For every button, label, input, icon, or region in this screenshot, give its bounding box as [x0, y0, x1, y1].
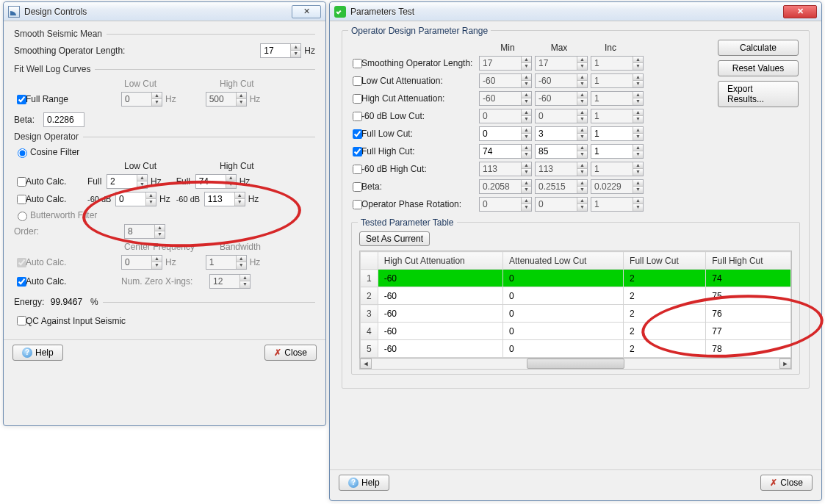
param-inc-spin[interactable]: ▲▼	[591, 144, 644, 159]
table-horizontal-scrollbar[interactable]: ◄►	[359, 358, 792, 370]
table-row[interactable]: 2-600275	[361, 287, 791, 305]
row-number: 1	[361, 270, 378, 287]
neg60-low-spin[interactable]: ▲▼	[115, 192, 156, 206]
reset-label: Reset Values	[732, 63, 784, 73]
full-range-label: Full Range	[26, 94, 121, 104]
fit-low-input	[122, 93, 151, 106]
table-cell[interactable]: -60	[378, 340, 502, 358]
row-number: 5	[361, 340, 378, 358]
param-min-input[interactable]	[480, 127, 521, 140]
op-length-spin[interactable]: ▲▼	[260, 43, 301, 58]
param-inc-spin[interactable]: ▲▼	[591, 126, 644, 141]
table-cell[interactable]: -60	[378, 287, 502, 305]
table-row[interactable]: 5-600278	[361, 340, 791, 358]
op-length-unit: Hz	[304, 46, 315, 56]
bw-unit: Hz	[250, 257, 261, 267]
table-cell[interactable]: 74	[706, 270, 791, 287]
close-window-button[interactable]: ✕	[292, 5, 321, 18]
order-spin: ▲▼	[124, 224, 165, 239]
reset-values-button[interactable]: Reset Values	[718, 60, 799, 76]
table-cell[interactable]: -60	[378, 270, 502, 287]
table-cell[interactable]: 0	[503, 305, 624, 323]
order-input	[125, 225, 154, 238]
param-label: Operator Phase Rotation:	[361, 199, 479, 209]
full-low-input[interactable]	[107, 175, 137, 188]
calculate-button[interactable]: Calculate	[718, 40, 799, 56]
table-row[interactable]: 4-600277	[361, 323, 791, 340]
param-inc-input[interactable]	[591, 127, 633, 140]
beta-input[interactable]	[43, 112, 84, 127]
table-cell[interactable]: 2	[624, 323, 706, 340]
fit-well-header: Fit Well Log Curves	[14, 64, 315, 74]
table-cell[interactable]: 76	[706, 305, 791, 323]
neg60-low-input[interactable]	[116, 192, 145, 206]
param-min-input[interactable]	[480, 145, 521, 158]
close-button[interactable]: ✗Close	[760, 475, 813, 491]
table-cell[interactable]: 75	[706, 287, 791, 305]
full-low-unit: Hz	[151, 176, 162, 187]
table-cell[interactable]: 0	[503, 287, 624, 305]
help-button[interactable]: ?Help	[339, 475, 389, 491]
export-results-button[interactable]: Export Results...	[718, 81, 799, 107]
table-header[interactable]: High Cut Attenuation	[378, 252, 502, 270]
fit-high-input	[206, 93, 236, 106]
butterworth-radio[interactable]	[18, 212, 27, 221]
table-cell[interactable]: 2	[624, 287, 706, 305]
param-min-input	[480, 162, 521, 176]
parameter-table[interactable]: High Cut AttenuationAttenuated Low CutFu…	[360, 251, 791, 358]
close-window-button[interactable]: ✕	[783, 5, 817, 18]
param-label: Full Low Cut:	[361, 129, 479, 139]
table-header[interactable]: Attenuated Low Cut	[503, 252, 624, 270]
param-inc-input	[591, 92, 633, 105]
tested-table-legend: Tested Parameter Table	[358, 217, 457, 228]
row-number: 3	[361, 305, 378, 323]
param-inc-input[interactable]	[591, 145, 633, 158]
table-cell[interactable]: 2	[624, 270, 706, 287]
spinner-arrows[interactable]: ▲▼	[290, 44, 300, 57]
param-max-spin: ▲▼	[535, 91, 588, 106]
neg60-low-unit: Hz	[159, 194, 170, 204]
table-row[interactable]: 1-600274	[361, 270, 791, 287]
param-min-spin: ▲▼	[479, 162, 532, 176]
table-cell[interactable]: 0	[503, 323, 624, 340]
numzero-label: Num. Zero X-ings:	[121, 276, 209, 287]
op-length-input[interactable]	[261, 44, 290, 57]
set-as-current-button[interactable]: Set As Current	[359, 231, 430, 246]
table-cell[interactable]: 2	[624, 340, 706, 358]
param-max-input[interactable]	[536, 145, 577, 158]
param-max-spin: ▲▼	[535, 56, 588, 71]
full-high-input[interactable]	[196, 175, 226, 188]
param-max-spin: ▲▼	[535, 162, 588, 176]
param-min-spin[interactable]: ▲▼	[479, 144, 532, 159]
smooth-seismic-header: Smooth Seismic Mean	[14, 29, 315, 39]
full-high-spin[interactable]: ▲▼	[195, 174, 237, 189]
inc-header: Inc	[585, 43, 636, 53]
table-header[interactable]: Full Low Cut	[624, 252, 706, 270]
table-cell[interactable]: 0	[503, 270, 624, 287]
table-cell[interactable]: -60	[378, 323, 502, 340]
neg60-high-spin[interactable]: ▲▼	[204, 192, 245, 206]
table-cell[interactable]: -60	[378, 305, 502, 323]
param-min-spin: ▲▼	[479, 197, 532, 212]
table-cell[interactable]: 78	[706, 340, 791, 358]
table-cell[interactable]: 77	[706, 323, 791, 340]
param-max-input[interactable]	[536, 127, 577, 140]
energy-value	[47, 295, 88, 309]
param-max-spin[interactable]: ▲▼	[535, 144, 588, 159]
table-cell[interactable]: 0	[503, 340, 624, 358]
param-max-spin: ▲▼	[535, 197, 588, 212]
full-high-unit: Hz	[239, 176, 251, 187]
help-button[interactable]: ?Help	[12, 345, 63, 361]
table-cell[interactable]: 2	[624, 305, 706, 323]
close-button[interactable]: ✗Close	[264, 345, 317, 361]
param-min-spin[interactable]: ▲▼	[479, 126, 532, 141]
table-header[interactable]: Full High Cut	[706, 252, 791, 270]
export-label: Export Results...	[727, 84, 789, 104]
full-low-spin[interactable]: ▲▼	[107, 174, 148, 189]
help-button-label: Help	[361, 478, 380, 488]
table-row[interactable]: 3-600276	[361, 305, 791, 323]
neg60-high-input[interactable]	[205, 192, 234, 206]
param-max-spin[interactable]: ▲▼	[535, 126, 588, 141]
param-max-input	[536, 162, 577, 176]
cosine-filter-radio[interactable]	[18, 148, 27, 158]
